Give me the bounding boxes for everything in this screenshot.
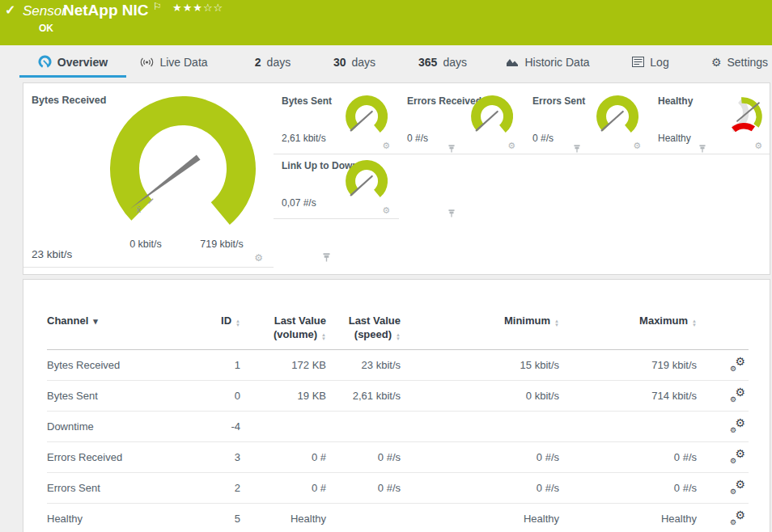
- gauge-healthy: Healthy Healthy ⚙: [650, 90, 770, 154]
- gauge-value: 0 #/s: [407, 133, 428, 144]
- tab-overview[interactable]: Overview: [19, 49, 126, 78]
- table-row: Bytes Received 1 172 KB 23 kbit/s 15 kbi…: [47, 350, 749, 381]
- tab-30-days-label: days: [352, 56, 376, 69]
- tab-historic-data-label: Historic Data: [524, 56, 589, 69]
- table-row: Errors Received 3 0 # 0 #/s 0 #/s 0 #/s …: [47, 442, 749, 473]
- col-last-value-speed[interactable]: Last Value (speed)▲▼: [326, 312, 401, 350]
- channel-name[interactable]: Downtime: [47, 412, 185, 442]
- gauge-value: 2,61 kbit/s: [282, 133, 326, 144]
- small-gauge: [340, 158, 395, 209]
- table-row: Bytes Sent 0 19 KB 2,61 kbit/s 0 kbit/s …: [47, 381, 749, 412]
- col-edit: [697, 312, 749, 350]
- object-kind-label: Sensor: [23, 3, 66, 19]
- sort-icon: ▲▼: [692, 319, 697, 327]
- bytes-received-gauge: x̄ 0 kbit/s 719 kbit/s: [92, 90, 278, 261]
- tab-live-data[interactable]: Live Data: [129, 49, 218, 75]
- col-minimum[interactable]: Minimum▲▼: [401, 312, 559, 350]
- channel-settings-icon[interactable]: ⚙⚙: [731, 480, 745, 493]
- tab-365-days-number: 365: [418, 56, 437, 69]
- channel-name[interactable]: Bytes Received: [47, 350, 185, 381]
- tab-30-days[interactable]: 30 days: [325, 49, 384, 75]
- tab-2-days[interactable]: 2 days: [244, 49, 301, 75]
- gauge-title: Errors Sent: [532, 95, 585, 107]
- small-gauge: [591, 94, 646, 144]
- table-row: Healthy 5 Healthy Healthy Healthy ⚙⚙: [47, 504, 749, 532]
- gauge-title: Healthy: [658, 95, 693, 107]
- channel-settings-icon[interactable]: ⚙⚙: [731, 450, 745, 462]
- table-row: Downtime -4 ⚙⚙: [47, 412, 749, 442]
- col-id[interactable]: ID▲▼: [185, 312, 240, 350]
- tab-log-label: Log: [650, 56, 668, 69]
- tab-2-days-label: days: [267, 56, 291, 69]
- priority-stars[interactable]: ★★★☆☆: [172, 2, 223, 14]
- col-maximum[interactable]: Maximum▲▼: [559, 312, 697, 350]
- gauge-title: Bytes Sent: [282, 95, 332, 107]
- gauge-icon: [38, 55, 52, 69]
- gear-icon[interactable]: ⚙: [507, 141, 515, 150]
- status-gauge: [716, 94, 770, 144]
- gauge-max-label: 719 kbit/s: [200, 239, 244, 250]
- mean-marker: x̄: [137, 205, 142, 214]
- tab-overview-label: Overview: [57, 56, 108, 69]
- channels-table: Channel▾ ID▲▼ Last Value (volume)▲▼ Last…: [47, 312, 749, 532]
- tab-bar: Overview Live Data 2 days 30 days 365 da…: [0, 49, 772, 78]
- gear-icon[interactable]: ⚙: [633, 141, 641, 150]
- channel-name[interactable]: Bytes Sent: [47, 381, 185, 412]
- gauge-errors-sent: Errors Sent 0 #/s ⚙: [524, 90, 650, 154]
- gauges-panel: Bytes Received x̄ 0 kbit/s 719 kbit/s 23…: [23, 82, 770, 275]
- sort-icon: ▲▼: [235, 319, 240, 327]
- gauge-value: Healthy: [658, 133, 691, 144]
- channel-settings-icon[interactable]: ⚙⚙: [731, 388, 745, 401]
- gauge-value: 0,07 #/s: [282, 197, 316, 209]
- gear-icon[interactable]: ⚙: [382, 141, 390, 150]
- tab-365-days[interactable]: 365 days: [405, 49, 481, 75]
- tab-live-data-label: Live Data: [159, 56, 207, 69]
- gear-icon[interactable]: ⚙: [254, 253, 263, 263]
- sensor-status-header: ✓ Sensor NetApp NIC ⚐ ★★★☆☆ OK: [0, 0, 772, 45]
- log-list-icon: [632, 57, 644, 67]
- gauge-link-up-to-down: Link Up to Down 0,07 #/s ⚙: [274, 154, 399, 219]
- table-header-row: Channel▾ ID▲▼ Last Value (volume)▲▼ Last…: [47, 312, 749, 350]
- status-ok-check-icon: ✓: [5, 2, 15, 18]
- tab-2-days-number: 2: [255, 56, 261, 69]
- col-last-value-volume[interactable]: Last Value (volume)▲▼: [240, 312, 326, 350]
- small-gauge: [465, 94, 520, 144]
- tab-settings[interactable]: ⚙ Settings: [702, 49, 772, 75]
- prtg-sensor-page: ✓ Sensor NetApp NIC ⚐ ★★★☆☆ OK Overview …: [0, 0, 772, 532]
- channel-settings-icon[interactable]: ⚙⚙: [731, 419, 745, 432]
- gauge-errors-received: Errors Received 0 #/s ⚙: [399, 90, 524, 154]
- channel-name[interactable]: Errors Received: [47, 442, 185, 473]
- sensor-title[interactable]: NetApp NIC: [63, 2, 149, 19]
- channels-panel: Channel▾ ID▲▼ Last Value (volume)▲▼ Last…: [23, 279, 770, 532]
- sort-icon: ▲▼: [396, 333, 401, 341]
- status-badge: OK: [39, 23, 53, 34]
- channel-settings-icon[interactable]: ⚙⚙: [731, 511, 745, 524]
- channel-name[interactable]: Healthy: [47, 504, 185, 532]
- gauge-bytes-received: Bytes Received x̄ 0 kbit/s 719 kbit/s 23…: [23, 90, 274, 268]
- gear-icon: ⚙: [711, 56, 722, 69]
- tab-30-days-number: 30: [333, 56, 346, 69]
- col-channel[interactable]: Channel▾: [47, 312, 185, 350]
- tab-settings-label: Settings: [727, 56, 768, 69]
- small-gauge: [340, 94, 395, 144]
- sort-desc-icon: ▾: [93, 316, 98, 326]
- tab-log[interactable]: Log: [625, 49, 677, 75]
- tab-historic-data[interactable]: Historic Data: [495, 49, 600, 75]
- tab-365-days-label: days: [443, 56, 467, 69]
- area-chart-icon: [506, 57, 519, 67]
- sort-icon: ▲▼: [554, 319, 559, 327]
- sort-icon: ▲▼: [321, 333, 326, 341]
- gear-icon[interactable]: ⚙: [754, 141, 762, 150]
- gauge-value: 0 #/s: [532, 133, 554, 144]
- gauge-bytes-sent: Bytes Sent 2,61 kbit/s ⚙: [274, 90, 399, 154]
- gauge-min-label: 0 kbit/s: [129, 239, 162, 250]
- flag-icon[interactable]: ⚐: [153, 1, 162, 12]
- table-row: Errors Sent 2 0 # 0 #/s 0 #/s 0 #/s ⚙⚙: [47, 473, 749, 504]
- gear-icon[interactable]: ⚙: [382, 205, 390, 215]
- channel-settings-icon[interactable]: ⚙⚙: [731, 357, 745, 370]
- gauge-value: 23 kbit/s: [32, 248, 72, 260]
- channel-name[interactable]: Errors Sent: [47, 473, 185, 504]
- live-signal-icon: [140, 57, 154, 68]
